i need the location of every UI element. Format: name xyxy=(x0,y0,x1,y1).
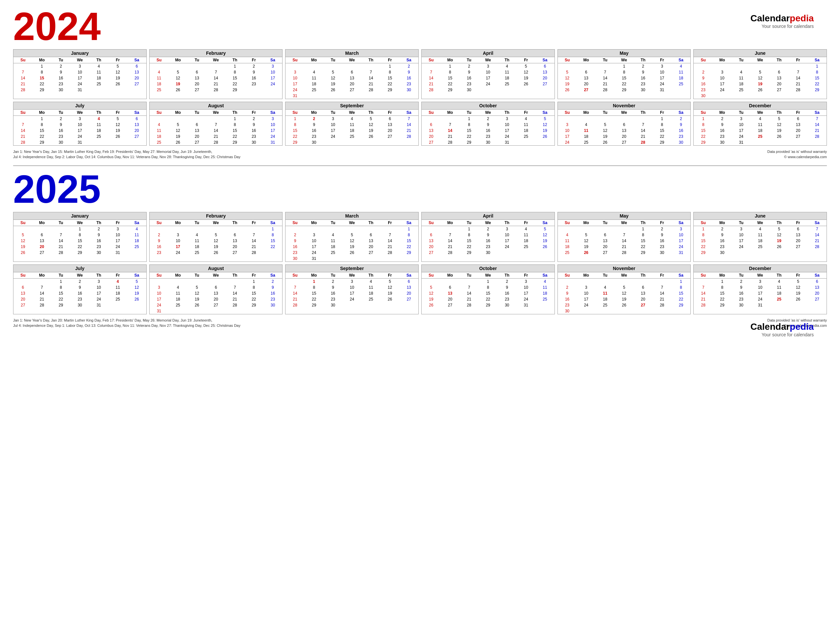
month-sep-2025: September SuMoTuWeThFrSa 123456 78910111… xyxy=(285,264,419,314)
month-jan-2024-header: January xyxy=(13,49,146,57)
month-dec-2025: December SuMoTuWeThFrSa 123456 789101112… xyxy=(693,264,827,314)
brand-calendar-text-2025: Calendar xyxy=(750,322,790,332)
2024-holidays-line2: Jul 4: Independence Day, Sep 2: Labor Da… xyxy=(13,155,240,159)
brand-tagline-2025: Your source for calendars xyxy=(750,332,814,337)
month-jun-2025: June SuMoTuWeThFrSa 1234567 891011121314… xyxy=(693,212,827,262)
brand-tagline-2024: Your source for calendars xyxy=(750,24,814,29)
month-feb-2024: February SuMoTuWeThFrSa 123 45678910 111… xyxy=(149,49,283,99)
month-mar-2025: March SuMoTuWeThFrSa 1 2345678 910111213… xyxy=(285,212,419,262)
month-oct-2024-header: October xyxy=(422,102,554,110)
year-2025-section: 2025 January SuMoTuWeThFrSa 1234 5678910… xyxy=(13,169,827,327)
month-oct-2025: October SuMoTuWeThFrSa 1234 567891011 12… xyxy=(421,264,555,314)
dow-we: We xyxy=(70,57,89,63)
month-jul-2025-header: July xyxy=(13,265,146,272)
2024-top-months: January Su Mo Tu We Th Fr Sa 123456 7891… xyxy=(13,49,827,99)
month-jun-2024: June SuMoTuWeThFrSa 1 2345678 9101112131… xyxy=(693,49,827,99)
month-sep-2024-header: September xyxy=(286,102,418,110)
month-jun-2024-header: June xyxy=(694,49,827,57)
2025-bottom-months: July SuMoTuWeThFrSa 12345 6789101112 131… xyxy=(13,264,827,314)
month-may-2024: May SuMoTuWeThFrSa 1234 567891011 121314… xyxy=(557,49,691,99)
month-feb-2025-header: February xyxy=(150,212,283,220)
year-2024-section: 2024 January Su Mo Tu We Th Fr Sa 123456… xyxy=(13,6,827,159)
month-oct-2024: October SuMoTuWeThFrSa 12345 6789101112 … xyxy=(421,102,555,146)
2025-holidays-line1: Jan 1: New Year's Day, Jan 20: Martin Lu… xyxy=(13,318,240,322)
2025-notes: Jan 1: New Year's Day, Jan 20: Martin Lu… xyxy=(13,317,827,327)
month-apr-2025: April SuMoTuWeThFrSa 12345 6789101112 13… xyxy=(421,212,555,262)
brand-pedia-text: pedia xyxy=(790,13,814,23)
2024-holidays-line1: Jan 1: New Year's Day, Jan 15: Martin Lu… xyxy=(13,150,240,153)
month-may-2025: May SuMoTuWeThFrSa 123 45678910 11121314… xyxy=(557,212,691,262)
month-may-2024-header: May xyxy=(558,49,691,57)
month-jul-2025: July SuMoTuWeThFrSa 12345 6789101112 131… xyxy=(13,264,147,314)
brand-logo-2025: Calendarpedia Your source for calendars xyxy=(750,322,814,337)
month-apr-2025-header: April xyxy=(422,212,554,220)
2025-top-months: January SuMoTuWeThFrSa 1234 567891011 12… xyxy=(13,212,827,262)
dow-tu: Tu xyxy=(52,57,71,63)
month-feb-2025: February SuMoTuWeThFrSa 1 2345678 910111… xyxy=(149,212,283,262)
month-dec-2024-header: December xyxy=(694,102,827,110)
month-oct-2025-header: October xyxy=(422,265,554,272)
dow-th: Th xyxy=(89,57,108,63)
month-sep-2025-header: September xyxy=(286,265,418,272)
brand-calendar-text: Calendar xyxy=(750,13,790,23)
year-divider xyxy=(13,165,827,166)
dow-fr: Fr xyxy=(108,57,127,63)
month-sep-2024: September SuMoTuWeThFrSa 1234567 8910111… xyxy=(285,102,419,146)
month-may-2025-header: May xyxy=(558,212,691,220)
month-jan-2024: January Su Mo Tu We Th Fr Sa 123456 7891… xyxy=(13,49,147,99)
month-mar-2024: March SuMoTuWeThFrSa 12 3456789 10111213… xyxy=(285,49,419,99)
month-apr-2024: April SuMoTuWeThFrSa 123456 78910111213 … xyxy=(421,49,555,99)
month-nov-2024-header: November xyxy=(558,102,691,110)
brand-pedia-text-2025: pedia xyxy=(790,322,814,332)
2024-notes: Jan 1: New Year's Day, Jan 15: Martin Lu… xyxy=(13,148,827,159)
year-2025-title: 2025 xyxy=(13,169,827,209)
month-nov-2025-header: November xyxy=(558,265,691,272)
month-apr-2024-header: April xyxy=(422,49,554,57)
month-mar-2025-header: March xyxy=(286,212,418,220)
month-mar-2024-header: March xyxy=(286,49,418,57)
month-dec-2024: December SuMoTuWeThFrSa 1234567 89101112… xyxy=(693,102,827,146)
2024-url: © www.calendarpedia.com xyxy=(767,155,827,159)
2024-data-note: Data provided 'as is' without warranty xyxy=(767,150,827,153)
month-nov-2024: November SuMoTuWeThFrSa 12 3456789 10111… xyxy=(557,102,691,146)
month-jul-2024: July SuMoTuWeThFrSa 123456 78910111213 1… xyxy=(13,102,147,146)
dow-su: Su xyxy=(13,57,33,63)
dow-mo: Mo xyxy=(33,57,52,63)
month-dec-2025-header: December xyxy=(694,265,827,272)
2025-holidays-line2: Jul 4: Independence Day, Sep 1: Labor Da… xyxy=(13,324,240,327)
month-aug-2024-header: August xyxy=(150,102,283,110)
month-feb-2024-header: February xyxy=(150,49,283,57)
brand-logo-2024: Calendarpedia Your source for calendars xyxy=(750,13,814,29)
month-jan-2025-header: January xyxy=(13,212,146,220)
2024-bottom-months: July SuMoTuWeThFrSa 123456 78910111213 1… xyxy=(13,102,827,146)
month-aug-2025: August SuMoTuWeThFrSa 12 3456789 1011121… xyxy=(149,264,283,314)
month-aug-2025-header: August xyxy=(150,265,283,272)
dow-sa: Sa xyxy=(127,57,146,63)
month-jul-2024-header: July xyxy=(13,102,146,110)
month-nov-2025: November SuMoTuWeThFrSa 1 2345678 910111… xyxy=(557,264,691,314)
month-jun-2025-header: June xyxy=(694,212,827,220)
month-aug-2024: August SuMoTuWeThFrSa 123 45678910 11121… xyxy=(149,102,283,146)
month-jan-2025: January SuMoTuWeThFrSa 1234 567891011 12… xyxy=(13,212,147,262)
year-2024-title: 2024 xyxy=(13,6,827,46)
